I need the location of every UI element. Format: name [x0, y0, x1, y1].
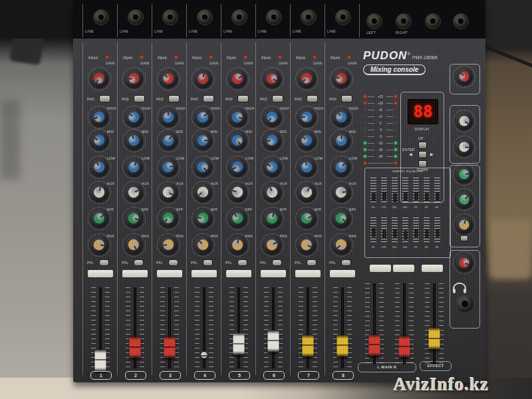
pad-button-ch1[interactable]	[99, 95, 110, 102]
pan-knob-ch4[interactable]	[194, 236, 212, 254]
geq-row1-band-1K[interactable]	[413, 178, 419, 204]
mid-knob-ch5[interactable]	[229, 132, 247, 150]
main-r-fader-cap[interactable]	[399, 335, 410, 358]
aux-knob-ch5[interactable]	[229, 184, 247, 201]
channel-fader-7[interactable]	[299, 287, 317, 368]
aux-knob-ch8[interactable]	[332, 184, 350, 201]
geq-row2-band-125[interactable]	[381, 217, 387, 244]
main-l-fader[interactable]	[365, 283, 384, 364]
eff-knob-ch4[interactable]	[194, 209, 212, 227]
mid-knob-ch4[interactable]	[194, 132, 212, 150]
geq-row1-band-4K[interactable]	[434, 178, 440, 204]
geq-cap[interactable]	[404, 192, 407, 201]
geq-cap[interactable]	[425, 229, 428, 238]
pan-knob-ch2[interactable]	[125, 236, 143, 254]
low-knob-ch5[interactable]	[229, 158, 247, 176]
pad-button-ch3[interactable]	[168, 95, 180, 102]
high-knob-ch3[interactable]	[160, 108, 178, 126]
output-jack-3[interactable]	[425, 13, 441, 29]
phones-level-knob[interactable]	[456, 254, 473, 271]
aux-knob-ch7[interactable]	[298, 184, 316, 201]
gain-knob-ch1[interactable]	[90, 70, 108, 88]
line-input-jack-1[interactable]	[93, 9, 109, 25]
mid-knob-ch2[interactable]	[125, 132, 143, 150]
mid-knob-ch6[interactable]	[263, 132, 281, 150]
high-knob-ch2[interactable]	[125, 108, 143, 126]
pad-button-ch6[interactable]	[272, 95, 283, 102]
pfl-button-ch7[interactable]	[307, 259, 317, 266]
gain-knob-ch7[interactable]	[298, 70, 316, 88]
line-input-jack-2[interactable]	[128, 9, 144, 25]
low-knob-ch2[interactable]	[125, 158, 143, 176]
aux-knob-ch3[interactable]	[160, 184, 178, 201]
channel-fader-8[interactable]	[333, 287, 352, 368]
mid-knob-ch8[interactable]	[332, 132, 350, 150]
geq-row2-band-1K[interactable]	[413, 217, 419, 244]
output-jack-2[interactable]	[396, 13, 412, 29]
geq-cap[interactable]	[382, 230, 386, 239]
mid-knob-ch7[interactable]	[298, 132, 316, 150]
eff-knob-ch2[interactable]	[125, 209, 143, 227]
eff-knob-ch3[interactable]	[160, 209, 178, 227]
channel-fader-2[interactable]	[126, 287, 144, 368]
main-l-fader-cap[interactable]	[369, 334, 380, 356]
low-knob-ch1[interactable]	[90, 158, 108, 176]
geq-cap[interactable]	[404, 231, 407, 239]
pan-knob-ch5[interactable]	[229, 236, 247, 254]
rec-level-knob[interactable]	[456, 68, 473, 85]
geq-row2-band-250[interactable]	[392, 217, 398, 244]
geq-row1-band-2K[interactable]	[424, 178, 430, 204]
line-input-jack-4[interactable]	[197, 9, 213, 25]
gain-knob-ch3[interactable]	[160, 70, 178, 88]
geq-cap[interactable]	[436, 192, 439, 201]
geq-cap[interactable]	[372, 228, 375, 237]
channel-fader-2-cap[interactable]	[130, 336, 141, 358]
line-input-jack-3[interactable]	[162, 9, 178, 25]
pfl-button-ch8[interactable]	[341, 259, 351, 266]
gain-knob-ch8[interactable]	[332, 70, 350, 88]
geq-cap[interactable]	[393, 194, 396, 202]
geq-row1-band-63[interactable]	[370, 178, 376, 204]
high-knob-ch6[interactable]	[263, 108, 281, 126]
mode-button[interactable]	[460, 235, 468, 241]
pad-button-ch4[interactable]	[203, 95, 214, 102]
channel-fader-1[interactable]	[91, 287, 110, 368]
geq-row1-band-125[interactable]	[381, 178, 387, 204]
channel-fader-3[interactable]	[160, 287, 179, 368]
gain-knob-ch6[interactable]	[263, 70, 281, 88]
geq-cap[interactable]	[414, 229, 418, 237]
pfl-button-ch5[interactable]	[237, 259, 247, 266]
pan-knob-ch1[interactable]	[90, 236, 108, 254]
geq-row2-band-63[interactable]	[370, 217, 376, 244]
assign-knob[interactable]	[456, 216, 473, 233]
main-r-fader[interactable]	[395, 283, 414, 364]
pfl-button-ch6[interactable]	[272, 259, 282, 266]
mid-knob-ch1[interactable]	[90, 132, 108, 150]
geq-cap[interactable]	[372, 193, 375, 201]
effect-level-2-knob[interactable]	[456, 191, 473, 208]
pfl-button-ch3[interactable]	[168, 259, 178, 266]
channel-fader-6[interactable]	[264, 287, 283, 368]
pad-button-ch2[interactable]	[134, 95, 145, 102]
pad-button-ch5[interactable]	[237, 95, 249, 102]
channel-fader-5[interactable]	[229, 287, 248, 368]
aux-knob-ch6[interactable]	[263, 184, 281, 201]
low-knob-ch3[interactable]	[160, 158, 178, 176]
pad-button-ch7[interactable]	[307, 95, 318, 102]
pan-knob-ch8[interactable]	[332, 236, 350, 254]
line-input-jack-8[interactable]	[335, 9, 351, 25]
aux-knob-ch2[interactable]	[125, 184, 143, 201]
aux-knob-ch1[interactable]	[90, 184, 108, 201]
eff-knob-ch6[interactable]	[263, 209, 281, 227]
channel-fader-4[interactable]	[195, 287, 213, 368]
line-input-jack-5[interactable]	[231, 9, 247, 25]
high-knob-ch1[interactable]	[90, 108, 108, 126]
gain-knob-ch4[interactable]	[194, 70, 212, 88]
pan-knob-ch7[interactable]	[298, 236, 316, 254]
geq-cap[interactable]	[414, 192, 418, 200]
geq-row2-band-500[interactable]	[402, 217, 408, 244]
geq-row1-band-250[interactable]	[392, 178, 398, 204]
output-jack-1[interactable]	[366, 13, 382, 29]
pfl-button-ch4[interactable]	[203, 259, 213, 266]
eff-knob-ch8[interactable]	[332, 209, 350, 227]
